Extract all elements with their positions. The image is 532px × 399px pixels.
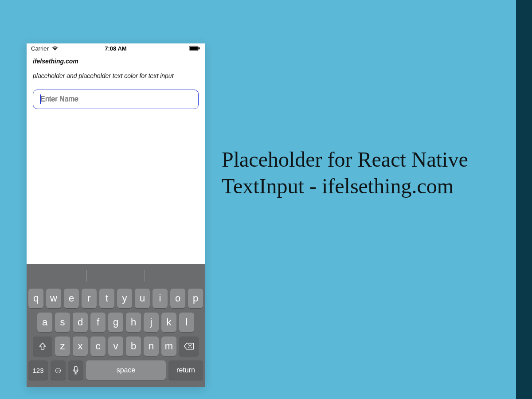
decorative-edge — [516, 0, 532, 399]
key-v[interactable]: v — [108, 336, 123, 356]
numbers-key[interactable]: 123 — [28, 360, 48, 380]
shift-icon — [38, 342, 47, 351]
svg-rect-1 — [190, 47, 198, 50]
key-a[interactable]: a — [37, 313, 52, 332]
wifi-icon — [51, 46, 59, 51]
svg-rect-2 — [199, 47, 200, 50]
svg-rect-3 — [74, 366, 77, 371]
key-u[interactable]: u — [135, 289, 150, 308]
description-text: placeholder and placeholder text color f… — [33, 72, 199, 80]
key-z[interactable]: z — [55, 336, 70, 356]
key-j[interactable]: j — [144, 313, 159, 332]
status-right — [189, 46, 200, 51]
name-input[interactable] — [33, 90, 199, 109]
key-o[interactable]: o — [170, 289, 185, 308]
dictation-key[interactable] — [68, 360, 83, 380]
backspace-icon — [184, 342, 194, 350]
key-r[interactable]: r — [82, 289, 97, 308]
key-m[interactable]: m — [161, 336, 176, 356]
suggestion-bar — [28, 266, 203, 285]
key-q[interactable]: q — [28, 289, 43, 308]
status-left: Carrier — [31, 45, 59, 52]
key-c[interactable]: c — [90, 336, 106, 356]
key-y[interactable]: y — [117, 289, 132, 308]
key-row-3: z x c v b n m — [28, 336, 203, 356]
key-k[interactable]: k — [161, 313, 176, 332]
key-t[interactable]: t — [99, 289, 114, 308]
site-label: ifelsething.com — [33, 58, 199, 65]
key-g[interactable]: g — [108, 313, 123, 332]
suggestion-slot-1[interactable] — [28, 266, 86, 285]
emoji-icon: ☺ — [54, 365, 63, 376]
key-e[interactable]: e — [64, 289, 79, 308]
microphone-icon — [73, 366, 79, 375]
soft-keyboard: q w e r t y u i o p a s d f g h j k l — [27, 264, 205, 387]
page-headline: Placeholder for React Native TextInput -… — [222, 146, 505, 200]
phone-mockup: Carrier 7:08 AM ifelsething.com placehol… — [27, 43, 205, 387]
key-f[interactable]: f — [90, 313, 106, 332]
key-w[interactable]: w — [46, 289, 61, 308]
text-caret — [40, 94, 41, 104]
key-row-2: a s d f g h j k l — [28, 313, 203, 332]
key-b[interactable]: b — [126, 336, 141, 356]
emoji-key[interactable]: ☺ — [51, 360, 66, 380]
key-n[interactable]: n — [144, 336, 159, 356]
content-spacer — [27, 113, 205, 264]
backspace-key[interactable] — [179, 336, 199, 356]
battery-icon — [189, 46, 200, 51]
return-key[interactable]: return — [168, 360, 203, 380]
key-p[interactable]: p — [188, 289, 203, 308]
key-x[interactable]: x — [73, 336, 88, 356]
key-row-1: q w e r t y u i o p — [28, 289, 203, 308]
key-i[interactable]: i — [153, 289, 168, 308]
status-bar: Carrier 7:08 AM — [27, 43, 205, 53]
key-row-4: 123 ☺ space return — [28, 360, 203, 380]
suggestion-slot-3[interactable] — [145, 266, 203, 285]
suggestion-slot-2[interactable] — [87, 266, 145, 285]
clock-label: 7:08 AM — [105, 45, 126, 52]
shift-key[interactable] — [33, 336, 52, 356]
app-content: ifelsething.com placeholder and placehol… — [27, 53, 205, 113]
name-input-wrapper: Enter Name — [33, 90, 199, 109]
key-h[interactable]: h — [126, 313, 141, 332]
carrier-label: Carrier — [31, 45, 49, 52]
key-d[interactable]: d — [73, 313, 88, 332]
key-l[interactable]: l — [179, 313, 194, 332]
space-key[interactable]: space — [86, 360, 166, 380]
key-s[interactable]: s — [55, 313, 70, 332]
